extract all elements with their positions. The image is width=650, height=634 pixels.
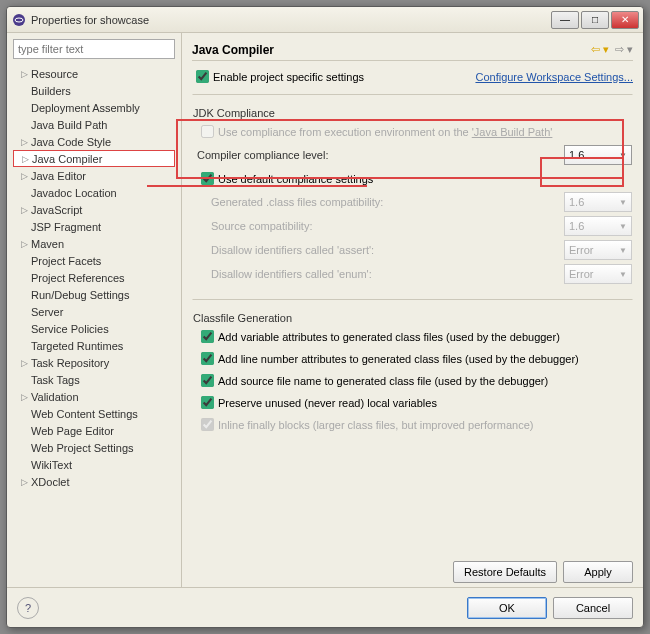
- tree-item-xdoclet[interactable]: ▷XDoclet: [13, 473, 175, 490]
- tree-item-label: Project Facets: [31, 255, 101, 267]
- tree-item-label: WikiText: [31, 459, 72, 471]
- expand-arrow-icon: ▷: [21, 171, 31, 181]
- tree-item-server[interactable]: Server: [13, 303, 175, 320]
- tree-item-run-debug-settings[interactable]: Run/Debug Settings: [13, 286, 175, 303]
- tree-item-label: Builders: [31, 85, 71, 97]
- compliance-level-combo[interactable]: 1.6▼: [564, 145, 632, 165]
- cancel-button[interactable]: Cancel: [553, 597, 633, 619]
- tree-item-label: Web Project Settings: [31, 442, 134, 454]
- sidebar: ▷ResourceBuildersDeployment AssemblyJava…: [7, 33, 182, 587]
- tree-item-task-repository[interactable]: ▷Task Repository: [13, 354, 175, 371]
- chevron-down-icon: ▼: [619, 198, 627, 207]
- tree-item-project-facets[interactable]: Project Facets: [13, 252, 175, 269]
- forward-icon[interactable]: ⇨ ▾: [615, 43, 633, 56]
- expand-arrow-icon: ▷: [21, 69, 31, 79]
- tree-item-service-policies[interactable]: Service Policies: [13, 320, 175, 337]
- classfile-check-row: Preserve unused (never read) local varia…: [197, 393, 632, 412]
- tree-item-java-editor[interactable]: ▷Java Editor: [13, 167, 175, 184]
- apply-button[interactable]: Apply: [563, 561, 633, 583]
- minimize-button[interactable]: —: [551, 11, 579, 29]
- classfile-check-label: Preserve unused (never read) local varia…: [218, 397, 437, 409]
- tree-item-label: Javadoc Location: [31, 187, 117, 199]
- jdk-row: Disallow identifiers called 'assert':Err…: [211, 240, 632, 260]
- jdk-row: Disallow identifiers called 'enum':Error…: [211, 264, 632, 284]
- jdk-row-label: Generated .class files compatibility:: [211, 196, 383, 208]
- tree-item-label: Java Build Path: [31, 119, 107, 131]
- tree-item-label: Deployment Assembly: [31, 102, 140, 114]
- classfile-checkbox: [201, 418, 214, 431]
- classfile-check-label: Add line number attributes to generated …: [218, 353, 579, 365]
- tree-item-java-build-path[interactable]: Java Build Path: [13, 116, 175, 133]
- tree-item-web-content-settings[interactable]: Web Content Settings: [13, 405, 175, 422]
- expand-arrow-icon: ▷: [21, 205, 31, 215]
- enable-project-specific-checkbox[interactable]: [196, 70, 209, 83]
- chevron-down-icon: ▼: [619, 270, 627, 279]
- main-panel: Java Compiler ⇦ ▾ ⇨ ▾ Enable project spe…: [182, 33, 643, 587]
- tree-item-maven[interactable]: ▷Maven: [13, 235, 175, 252]
- classfile-checkbox[interactable]: [201, 396, 214, 409]
- tree-item-label: Targeted Runtimes: [31, 340, 123, 352]
- eclipse-icon: [11, 12, 27, 28]
- tree-item-project-references[interactable]: Project References: [13, 269, 175, 286]
- tree-item-label: Service Policies: [31, 323, 109, 335]
- annotation-arrow: [147, 185, 367, 187]
- help-button[interactable]: ?: [17, 597, 39, 619]
- tree-item-label: JSP Fragment: [31, 221, 101, 233]
- jdk-row-label: Disallow identifiers called 'assert':: [211, 244, 374, 256]
- classfile-check-label: Add variable attributes to generated cla…: [218, 331, 560, 343]
- window-title: Properties for showcase: [31, 14, 551, 26]
- tree-item-javascript[interactable]: ▷JavaScript: [13, 201, 175, 218]
- configure-workspace-link[interactable]: Configure Workspace Settings...: [475, 71, 633, 83]
- tree-item-web-page-editor[interactable]: Web Page Editor: [13, 422, 175, 439]
- classfile-checkbox[interactable]: [201, 330, 214, 343]
- ok-button[interactable]: OK: [467, 597, 547, 619]
- classfile-checkbox[interactable]: [201, 352, 214, 365]
- back-icon[interactable]: ⇦ ▾: [591, 43, 609, 56]
- dialog-footer: ? OK Cancel: [7, 587, 643, 627]
- classfile-section: Classfile Generation: [193, 312, 632, 324]
- tree-item-java-code-style[interactable]: ▷Java Code Style: [13, 133, 175, 150]
- tree-item-deployment-assembly[interactable]: Deployment Assembly: [13, 99, 175, 116]
- tree-item-label: Maven: [31, 238, 64, 250]
- use-default-compliance-checkbox[interactable]: [201, 172, 214, 185]
- tree-item-label: Java Code Style: [31, 136, 111, 148]
- jdk-row: Generated .class files compatibility:1.6…: [211, 192, 632, 212]
- jdk-row-combo: Error▼: [564, 264, 632, 284]
- classfile-check-label: Inline finally blocks (larger class file…: [218, 419, 533, 431]
- tree-item-label: Server: [31, 306, 63, 318]
- page-title: Java Compiler: [192, 43, 274, 57]
- filter-input[interactable]: [13, 39, 175, 59]
- jdk-row-label: Disallow identifiers called 'enum':: [211, 268, 372, 280]
- expand-arrow-icon: ▷: [21, 477, 31, 487]
- titlebar: Properties for showcase — □ ✕: [7, 7, 643, 33]
- tree-item-task-tags[interactable]: Task Tags: [13, 371, 175, 388]
- tree-item-resource[interactable]: ▷Resource: [13, 65, 175, 82]
- tree-item-jsp-fragment[interactable]: JSP Fragment: [13, 218, 175, 235]
- maximize-button[interactable]: □: [581, 11, 609, 29]
- classfile-check-label: Add source file name to generated class …: [218, 375, 548, 387]
- classfile-checkbox[interactable]: [201, 374, 214, 387]
- close-button[interactable]: ✕: [611, 11, 639, 29]
- classfile-check-row: Add source file name to generated class …: [197, 371, 632, 390]
- tree-item-wikitext[interactable]: WikiText: [13, 456, 175, 473]
- jdk-row-combo: 1.6▼: [564, 192, 632, 212]
- classfile-check-row: Inline finally blocks (larger class file…: [197, 415, 632, 434]
- jdk-row-label: Source compatibility:: [211, 220, 313, 232]
- chevron-down-icon: ▼: [619, 151, 627, 160]
- tree-item-label: Run/Debug Settings: [31, 289, 129, 301]
- tree-item-label: Java Compiler: [32, 153, 102, 165]
- restore-defaults-button[interactable]: Restore Defaults: [453, 561, 557, 583]
- tree-item-label: XDoclet: [31, 476, 70, 488]
- tree-item-web-project-settings[interactable]: Web Project Settings: [13, 439, 175, 456]
- jdk-compliance-section: JDK Compliance: [193, 107, 632, 119]
- tree-item-targeted-runtimes[interactable]: Targeted Runtimes: [13, 337, 175, 354]
- tree: ▷ResourceBuildersDeployment AssemblyJava…: [13, 65, 175, 585]
- tree-item-validation[interactable]: ▷Validation: [13, 388, 175, 405]
- chevron-down-icon: ▼: [619, 222, 627, 231]
- tree-item-label: Validation: [31, 391, 79, 403]
- use-exec-env-label: Use compliance from execution environmen…: [218, 126, 552, 138]
- tree-item-java-compiler[interactable]: ▷Java Compiler: [13, 150, 175, 167]
- expand-arrow-icon: ▷: [22, 154, 32, 164]
- tree-item-builders[interactable]: Builders: [13, 82, 175, 99]
- use-exec-env-checkbox: [201, 125, 214, 138]
